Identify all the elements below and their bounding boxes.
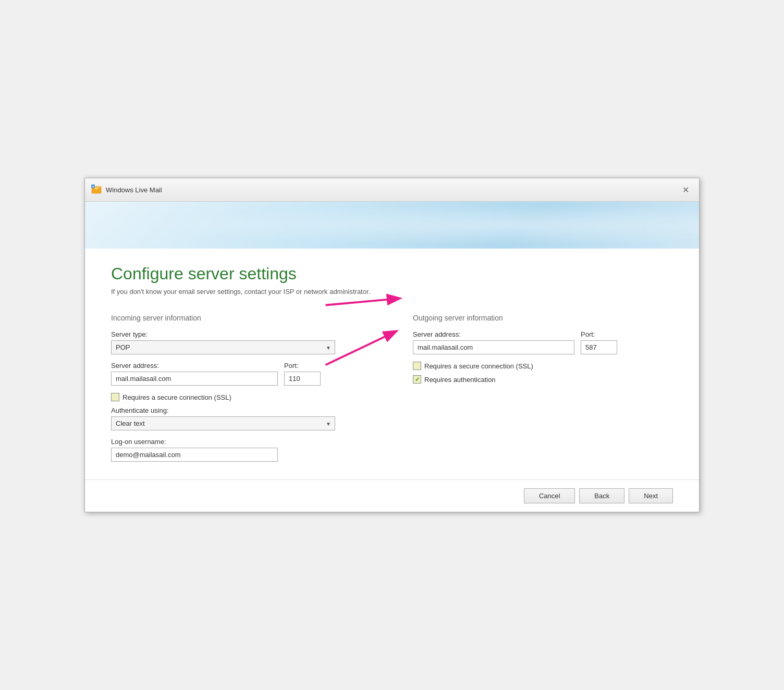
title-bar: ✉ Windows Live Mail ✕ <box>85 178 699 202</box>
outgoing-ssl-checkbox-wrapper: Requires a secure connection (SSL) <box>413 362 673 370</box>
outgoing-address-col: Server address: <box>413 330 574 354</box>
title-bar-left: ✉ Windows Live Mail <box>91 184 162 195</box>
logon-label: Log-on username: <box>111 438 371 446</box>
outgoing-server-address-group: Server address: Port: <box>413 330 673 354</box>
outgoing-auth-checkbox[interactable] <box>413 375 421 384</box>
outgoing-auth-checkbox-wrapper: Requires authentication <box>413 375 673 384</box>
page-subtitle: If you don't know your email server sett… <box>111 288 673 295</box>
svg-text:✉: ✉ <box>92 185 94 188</box>
incoming-section-title: Incoming server information <box>111 314 371 322</box>
footer: Cancel Back Next <box>85 479 699 512</box>
outgoing-ssl-label: Requires a secure connection (SSL) <box>424 362 533 370</box>
logon-group: Log-on username: <box>111 438 371 462</box>
content-area: Configure server settings If you don't k… <box>85 249 699 479</box>
close-button[interactable]: ✕ <box>678 182 693 197</box>
server-type-label: Server type: <box>111 330 371 338</box>
main-window: ✉ Windows Live Mail ✕ Configure server s… <box>84 178 700 512</box>
header-background <box>85 202 699 249</box>
form-columns: Incoming server information Server type:… <box>111 314 673 469</box>
incoming-server-address-group: Server address: Port: <box>111 362 371 386</box>
back-button[interactable]: Back <box>579 488 624 503</box>
outgoing-address-row: Server address: Port: <box>413 330 673 354</box>
authenticate-select[interactable]: Clear text Secure Password Authenticatio… <box>111 416 335 430</box>
authenticate-group: Authenticate using: Clear text Secure Pa… <box>111 406 371 430</box>
incoming-address-col: Server address: <box>111 362 278 386</box>
svg-line-4 <box>326 299 399 305</box>
incoming-ssl-checkbox[interactable] <box>111 393 119 401</box>
logon-input[interactable] <box>111 448 278 462</box>
outgoing-port-input[interactable] <box>581 340 617 354</box>
outgoing-section-title: Outgoing server information <box>413 314 673 322</box>
outgoing-auth-label: Requires authentication <box>424 376 496 384</box>
incoming-server-address-label: Server address: <box>111 362 278 369</box>
page-title: Configure server settings <box>111 264 673 284</box>
server-type-select-wrapper: POP IMAP ▼ <box>111 340 335 354</box>
incoming-ssl-checkbox-wrapper: Requires a secure connection (SSL) <box>111 393 371 401</box>
authenticate-select-wrapper: Clear text Secure Password Authenticatio… <box>111 416 335 430</box>
authenticate-label: Authenticate using: <box>111 406 371 414</box>
incoming-ssl-label: Requires a secure connection (SSL) <box>123 393 231 401</box>
cancel-button[interactable]: Cancel <box>524 488 575 503</box>
outgoing-column: Outgoing server information Server addre… <box>413 314 673 469</box>
outgoing-port-label: Port: <box>581 330 617 338</box>
incoming-server-address-input[interactable] <box>111 372 278 386</box>
incoming-column: Incoming server information Server type:… <box>111 314 371 469</box>
app-icon: ✉ <box>91 184 102 195</box>
incoming-port-input[interactable] <box>284 372 321 386</box>
outgoing-port-col: Port: <box>581 330 617 354</box>
next-button[interactable]: Next <box>629 488 673 503</box>
incoming-port-col: Port: <box>284 362 321 386</box>
outgoing-server-address-label: Server address: <box>413 330 574 338</box>
outgoing-server-address-input[interactable] <box>413 340 574 354</box>
window-title: Windows Live Mail <box>106 186 162 194</box>
incoming-port-label: Port: <box>284 362 321 369</box>
outgoing-ssl-checkbox[interactable] <box>413 362 421 370</box>
incoming-address-row: Server address: Port: <box>111 362 371 386</box>
server-type-select[interactable]: POP IMAP <box>111 340 335 354</box>
server-type-group: Server type: POP IMAP ▼ <box>111 330 371 354</box>
